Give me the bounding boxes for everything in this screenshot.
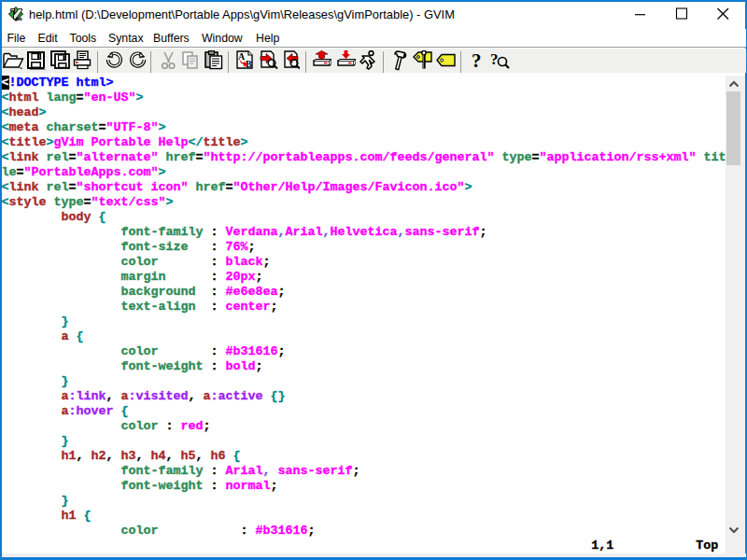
svg-text:?: ? (490, 50, 499, 68)
svg-text:im: im (16, 15, 23, 21)
svg-text:A: A (238, 51, 246, 62)
